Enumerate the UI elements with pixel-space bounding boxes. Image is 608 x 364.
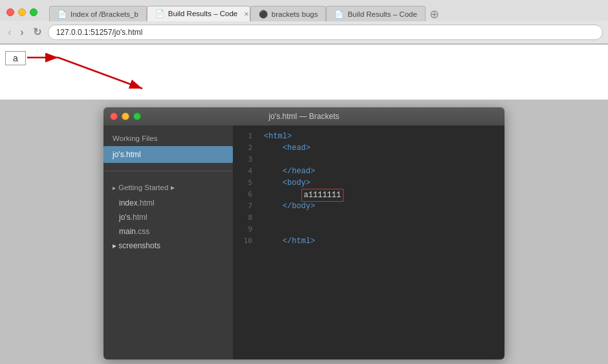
getting-started-section: ▸ Getting Started ▸ index.html jo's.html… bbox=[103, 174, 233, 258]
tree-item-main[interactable]: main.css bbox=[103, 224, 233, 239]
nav-bar: ‹ › ↻ bbox=[0, 21, 608, 44]
brackets-controls bbox=[110, 112, 141, 120]
line-num-9: 9 bbox=[233, 224, 259, 235]
code-line-10: </html> bbox=[264, 235, 505, 247]
tab-3-icon: ⚫ bbox=[259, 10, 268, 19]
code-line-4: </head> bbox=[264, 166, 505, 177]
forward-button[interactable]: › bbox=[17, 25, 26, 39]
sidebar-divider-1 bbox=[103, 171, 233, 171]
main-content: jo's.html — Brackets Working Files jo's.… bbox=[0, 100, 608, 364]
tab-4-label: Build Results – Code bbox=[347, 10, 417, 18]
code-area: 1 2 3 4 5 6 7 8 9 10 <html> <head> </hea… bbox=[233, 125, 505, 359]
working-files-section: Working Files jo's.html bbox=[103, 125, 233, 168]
active-file[interactable]: jo's.html bbox=[103, 146, 233, 163]
tab-3[interactable]: ⚫ brackets bugs bbox=[250, 6, 327, 21]
tab-4-icon: 📄 bbox=[334, 10, 343, 19]
tab-1-icon: 📄 bbox=[58, 10, 67, 19]
sidebar: Working Files jo's.html ▸ Getting Starte… bbox=[103, 125, 233, 359]
code-line-5: <body> bbox=[264, 177, 505, 189]
code-line-2: <head> bbox=[264, 142, 505, 154]
tab-bar: 📄 Index of /Brackets_b 📄 Build Results –… bbox=[44, 3, 448, 21]
tab-1-label: Index of /Brackets_b bbox=[71, 10, 138, 18]
minimize-button[interactable] bbox=[18, 8, 26, 16]
ext-3: .css bbox=[136, 227, 149, 236]
line-num-4: 4 bbox=[233, 166, 259, 177]
line-num-10: 10 bbox=[233, 235, 259, 247]
line-num-1: 1 bbox=[233, 131, 259, 142]
brackets-body: Working Files jo's.html ▸ Getting Starte… bbox=[103, 125, 505, 359]
getting-started-label: Getting Started ▸ bbox=[118, 183, 175, 192]
annotation-text: a bbox=[13, 53, 18, 63]
tree-item-screenshots[interactable]: ▸ screenshots bbox=[103, 239, 233, 253]
brackets-window: jo's.html — Brackets Working Files jo's.… bbox=[103, 107, 505, 359]
getting-started-header[interactable]: ▸ Getting Started ▸ bbox=[103, 179, 233, 196]
line-num-2: 2 bbox=[233, 142, 259, 154]
tab-1[interactable]: 📄 Index of /Brackets_b bbox=[49, 6, 147, 21]
brackets-titlebar: jo's.html — Brackets bbox=[103, 107, 505, 125]
tab-2-close[interactable]: × bbox=[244, 9, 249, 19]
line-num-3: 3 bbox=[233, 154, 259, 166]
code-line-8 bbox=[264, 212, 505, 224]
folder-chevron: ▸ bbox=[113, 241, 118, 250]
line-num-5: 5 bbox=[233, 177, 259, 189]
code-line-3 bbox=[264, 154, 505, 166]
line-num-7: 7 bbox=[233, 200, 259, 212]
tree-item-index[interactable]: index.html bbox=[103, 196, 233, 210]
tab-2[interactable]: 📄 Build Results – Code × bbox=[147, 6, 250, 21]
code-line-7: </body> bbox=[264, 200, 505, 212]
close-button[interactable] bbox=[6, 8, 14, 16]
address-bar[interactable] bbox=[48, 25, 603, 40]
working-files-label: Working Files bbox=[103, 131, 233, 146]
tab-2-label: Build Results – Code bbox=[168, 10, 237, 17]
brackets-max[interactable] bbox=[133, 112, 141, 120]
code-line-9 bbox=[264, 224, 505, 235]
ext-1: .html bbox=[138, 198, 155, 208]
code-line-1: <html> bbox=[264, 131, 505, 142]
maximize-button[interactable] bbox=[30, 8, 38, 16]
line-num-6: 6 bbox=[233, 189, 259, 200]
refresh-button[interactable]: ↻ bbox=[30, 25, 44, 39]
window-controls bbox=[6, 8, 38, 16]
code-line-6: a1111111 bbox=[264, 189, 505, 200]
svg-line-2 bbox=[58, 58, 142, 89]
brackets-min[interactable] bbox=[122, 112, 129, 120]
ext-2: .html bbox=[131, 213, 147, 222]
back-button[interactable]: ‹ bbox=[5, 25, 14, 39]
brackets-title: jo's.html — Brackets bbox=[269, 112, 340, 121]
tab-2-icon: 📄 bbox=[155, 9, 164, 18]
tab-4[interactable]: 📄 Build Results – Code bbox=[326, 6, 425, 21]
tree-item-jos[interactable]: jo's.html bbox=[103, 210, 233, 224]
brackets-close[interactable] bbox=[110, 112, 118, 120]
highlighted-content: a1111111 bbox=[301, 189, 344, 202]
tab-3-label: brackets bugs bbox=[272, 10, 318, 18]
line-numbers: 1 2 3 4 5 6 7 8 9 10 bbox=[233, 125, 259, 359]
new-tab-button[interactable]: ⊕ bbox=[426, 7, 443, 21]
annotation-arrow bbox=[0, 45, 194, 100]
chevron-icon: ▸ bbox=[113, 184, 116, 191]
annotation-box: a bbox=[5, 51, 26, 65]
code-content[interactable]: <html> <head> </head> <body> a1111111 </… bbox=[259, 125, 505, 359]
line-num-8: 8 bbox=[233, 212, 259, 224]
